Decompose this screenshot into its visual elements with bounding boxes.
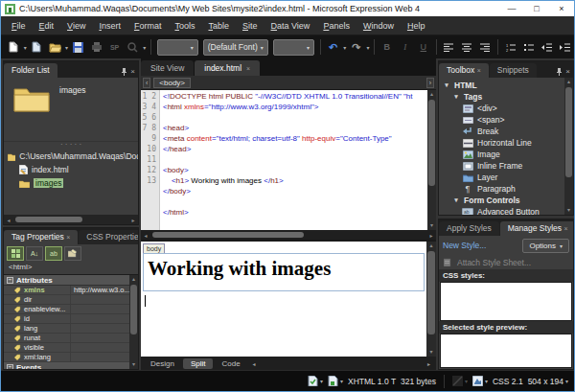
maximize-button[interactable]: □ [524, 1, 549, 16]
scroll-down-icon[interactable]: ▾ [429, 348, 432, 357]
section-header-attributes[interactable]: −Attributes [4, 275, 138, 286]
italic-button[interactable]: I [397, 38, 414, 56]
align-center-button[interactable] [458, 38, 475, 56]
toolbox-vscrollbar[interactable]: ▴ ▾ [564, 78, 573, 215]
menu-item-format[interactable]: Format [127, 19, 169, 33]
redo-button[interactable]: ↷ [348, 38, 365, 56]
print-button[interactable] [88, 38, 105, 56]
toolbox-group-tags[interactable]: ▾Tags [439, 91, 573, 103]
toolbox-item-inline-frame[interactable]: Inline Frame [439, 160, 573, 172]
redo-dropdown[interactable]: ▾ [366, 38, 370, 56]
file-item-index-html[interactable]: index.html [4, 163, 138, 176]
bold-button[interactable]: B [379, 38, 396, 56]
scroll-left-icon[interactable]: ◂ [4, 217, 13, 223]
undo-button[interactable]: ↶ [325, 38, 342, 56]
tag-properties-vscrollbar[interactable]: ▴▾ [129, 275, 138, 369]
numbered-list-button[interactable]: 12 [502, 38, 519, 56]
property-row[interactable]: lang [4, 324, 138, 334]
scroll-up-icon[interactable]: ▴ [429, 242, 432, 250]
toolbox-item-div[interactable]: <div> [439, 103, 573, 114]
open-folder-dropdown[interactable]: ▾ [64, 38, 68, 56]
scroll-down-icon[interactable]: ▾ [430, 221, 433, 230]
collapse-icon[interactable]: − [7, 364, 13, 370]
close-panel-icon[interactable]: × [130, 67, 135, 76]
menu-item-file[interactable]: File [5, 19, 33, 33]
menu-item-tools[interactable]: Tools [168, 19, 201, 33]
toolbox-item-advanced-button[interactable]: abAdvanced Button [439, 206, 573, 215]
apply-styles-tab[interactable]: Apply Styles [439, 221, 499, 236]
manage-styles-tab[interactable]: Manage Styles × [500, 221, 574, 236]
code-view[interactable]: 1 2 3 4 5 6 7 8 9 10 11 12 13 <!DOCTYPE … [141, 90, 436, 230]
property-row[interactable]: xmlnshttp://www.w3.o... [4, 286, 138, 295]
minimize-button[interactable]: — [499, 1, 524, 16]
align-left-button[interactable] [440, 38, 457, 56]
property-row[interactable]: runat [4, 334, 138, 343]
toolbox-item-horizontal-line[interactable]: Horizontal Line [439, 137, 573, 149]
superpreview-button[interactable]: SP [106, 38, 124, 56]
panel-splitter[interactable]: · · · · · [4, 141, 138, 150]
section-header-events[interactable]: −Events [4, 362, 138, 369]
css-schema[interactable]: CSS 2.1 [493, 377, 523, 386]
save-button[interactable] [70, 38, 87, 56]
view-scroll-right-icon[interactable]: ▸ [424, 360, 434, 367]
css-compatibility-button[interactable]: ▾ [328, 376, 343, 386]
alphabetical-sort-button[interactable]: A↓ [26, 246, 43, 261]
scroll-up-icon[interactable]: ▴ [430, 90, 433, 99]
property-row[interactable]: xml:lang [4, 353, 138, 362]
view-scroll-left-icon[interactable]: ◂ [249, 360, 260, 367]
toolbox-item-layer[interactable]: Layer [439, 172, 573, 183]
new-document-button[interactable] [5, 38, 22, 56]
menu-item-view[interactable]: View [60, 19, 92, 33]
toolbox-item-paragraph[interactable]: ¶Paragraph [439, 183, 573, 195]
menu-item-edit[interactable]: Edit [33, 19, 61, 33]
folder-list-tab[interactable]: Folder List [4, 63, 58, 78]
scroll-down-icon[interactable]: ▾ [132, 360, 135, 369]
open-page-button[interactable] [28, 38, 45, 56]
options-button[interactable]: Options▾ [522, 239, 569, 253]
open-folder-button[interactable] [46, 38, 63, 56]
toolbox-tab[interactable]: Toolbox × [439, 63, 489, 78]
pin-icon[interactable] [556, 68, 563, 76]
align-right-button[interactable] [476, 38, 494, 56]
scroll-down-icon[interactable]: ▾ [567, 206, 570, 215]
undo-dropdown[interactable]: ▾ [343, 38, 347, 56]
new-style-link[interactable]: New Style... [443, 241, 486, 250]
collapse-icon[interactable]: − [7, 277, 13, 284]
menu-item-panels[interactable]: Panels [316, 19, 356, 33]
close-tab-icon[interactable]: × [246, 65, 250, 72]
preview-browser-dropdown[interactable]: ▾ [143, 38, 147, 56]
toolbox-item-break[interactable]: Break [439, 126, 573, 137]
indent-button[interactable] [557, 38, 574, 56]
doc-tab-site-view[interactable]: Site View [141, 60, 194, 76]
tag-nav-left-icon[interactable]: ‹ [143, 78, 150, 88]
code-text[interactable]: <!DOCTYPE html PUBLIC "-//W3C//DTD XHTML… [160, 90, 436, 230]
bullet-list-button[interactable] [520, 38, 538, 56]
design-vscrollbar[interactable]: ▴ ▾ [426, 242, 436, 357]
property-row[interactable]: visible [4, 343, 138, 353]
categorized-button[interactable] [7, 246, 24, 261]
folder-item-images[interactable]: images [4, 176, 138, 190]
show-set-properties-button[interactable]: ab [45, 246, 62, 261]
style-application-button[interactable]: ▾ [472, 376, 488, 386]
edit-tag-button[interactable] [64, 246, 81, 261]
tag-properties-tab[interactable]: Tag Properties × [4, 230, 78, 244]
menu-item-window[interactable]: Window [356, 19, 401, 33]
scroll-left-icon[interactable]: ◂ [141, 232, 150, 239]
code-hscrollbar[interactable]: ◂ ▸ [141, 230, 436, 240]
menu-item-site[interactable]: Site [236, 19, 264, 33]
property-row[interactable]: enableview... [4, 305, 138, 314]
pin-icon[interactable] [121, 68, 127, 76]
menu-item-data-view[interactable]: Data View [264, 19, 317, 33]
doc-tab-index-html[interactable]: index.html× [195, 60, 260, 76]
scroll-right-icon[interactable]: ▸ [426, 232, 436, 239]
css-styles-list[interactable] [440, 282, 572, 321]
tag-nav-right-icon[interactable]: › [426, 78, 434, 88]
attach-style-sheet-button[interactable]: Attach Style Sheet... [439, 255, 573, 269]
size-select[interactable]: ▾ [273, 39, 314, 56]
new-document-dropdown[interactable]: ▾ [23, 38, 27, 56]
design-heading[interactable]: Working with images [148, 257, 424, 281]
property-row[interactable]: id [4, 314, 138, 324]
css-properties-tab[interactable]: CSS Properties [79, 230, 139, 244]
close-panel-icon[interactable]: × [565, 67, 570, 76]
preview-browser-button[interactable] [125, 38, 142, 56]
